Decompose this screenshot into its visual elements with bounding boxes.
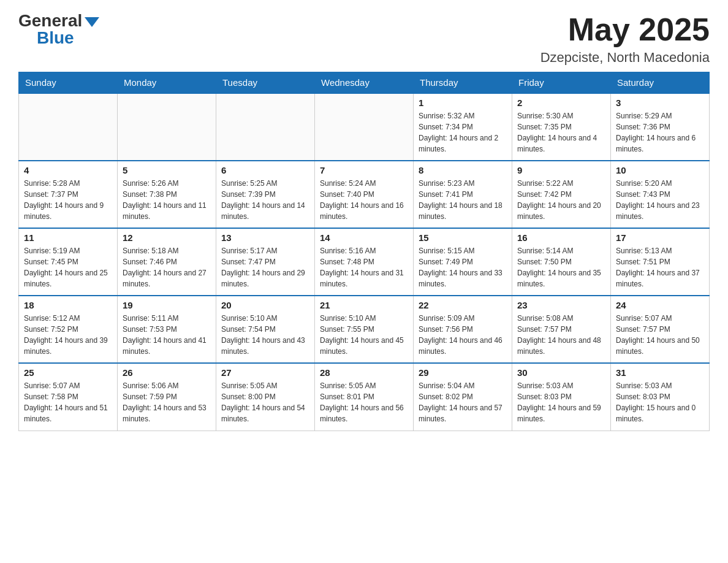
- column-header-saturday: Saturday: [611, 72, 710, 94]
- day-info: Sunrise: 5:17 AMSunset: 7:47 PMDaylight:…: [221, 245, 309, 289]
- calendar-cell: [19, 93, 118, 161]
- day-number: 11: [24, 232, 112, 243]
- calendar-cell: 3Sunrise: 5:29 AMSunset: 7:36 PMDaylight…: [611, 93, 710, 161]
- day-number: 30: [517, 367, 605, 378]
- day-info: Sunrise: 5:12 AMSunset: 7:52 PMDaylight:…: [24, 313, 112, 357]
- location-subtitle: Dzepciste, North Macedonia: [540, 50, 710, 66]
- day-number: 31: [616, 367, 704, 378]
- day-info: Sunrise: 5:04 AMSunset: 8:02 PMDaylight:…: [419, 380, 507, 424]
- calendar-cell: 4Sunrise: 5:28 AMSunset: 7:37 PMDaylight…: [19, 161, 118, 228]
- day-number: 29: [419, 367, 507, 378]
- title-block: May 2025 Dzepciste, North Macedonia: [540, 12, 710, 66]
- calendar-cell: 7Sunrise: 5:24 AMSunset: 7:40 PMDaylight…: [315, 161, 414, 228]
- day-info: Sunrise: 5:25 AMSunset: 7:39 PMDaylight:…: [221, 178, 309, 222]
- day-info: Sunrise: 5:32 AMSunset: 7:34 PMDaylight:…: [419, 110, 507, 155]
- day-number: 15: [419, 232, 507, 243]
- day-number: 10: [616, 165, 704, 175]
- day-info: Sunrise: 5:28 AMSunset: 7:37 PMDaylight:…: [24, 178, 112, 222]
- day-info: Sunrise: 5:08 AMSunset: 7:57 PMDaylight:…: [517, 313, 605, 357]
- day-info: Sunrise: 5:05 AMSunset: 8:01 PMDaylight:…: [320, 380, 408, 424]
- day-number: 19: [123, 300, 211, 310]
- day-number: 7: [320, 165, 408, 175]
- day-number: 2: [517, 98, 605, 108]
- day-info: Sunrise: 5:03 AMSunset: 8:03 PMDaylight:…: [517, 380, 605, 424]
- column-header-sunday: Sunday: [19, 72, 118, 94]
- day-info: Sunrise: 5:09 AMSunset: 7:56 PMDaylight:…: [419, 313, 507, 357]
- calendar-cell: 28Sunrise: 5:05 AMSunset: 8:01 PMDayligh…: [315, 363, 414, 431]
- day-number: 17: [616, 232, 704, 243]
- day-number: 3: [616, 98, 704, 108]
- calendar-cell: 29Sunrise: 5:04 AMSunset: 8:02 PMDayligh…: [414, 363, 512, 431]
- calendar-week-row: 4Sunrise: 5:28 AMSunset: 7:37 PMDaylight…: [19, 161, 710, 228]
- day-number: 18: [24, 300, 112, 310]
- day-number: 13: [221, 232, 309, 243]
- calendar-cell: 27Sunrise: 5:05 AMSunset: 8:00 PMDayligh…: [216, 363, 315, 431]
- month-title: May 2025: [540, 12, 710, 47]
- column-header-monday: Monday: [118, 72, 216, 94]
- calendar-cell: 1Sunrise: 5:32 AMSunset: 7:34 PMDaylight…: [414, 93, 512, 161]
- day-number: 21: [320, 300, 408, 310]
- calendar-week-row: 25Sunrise: 5:07 AMSunset: 7:58 PMDayligh…: [19, 363, 710, 431]
- day-info: Sunrise: 5:07 AMSunset: 7:58 PMDaylight:…: [24, 380, 112, 424]
- column-header-thursday: Thursday: [414, 72, 512, 94]
- day-info: Sunrise: 5:24 AMSunset: 7:40 PMDaylight:…: [320, 178, 408, 222]
- day-number: 23: [517, 300, 605, 310]
- day-number: 24: [616, 300, 704, 310]
- day-info: Sunrise: 5:06 AMSunset: 7:59 PMDaylight:…: [123, 380, 211, 424]
- day-info: Sunrise: 5:13 AMSunset: 7:51 PMDaylight:…: [616, 245, 704, 289]
- logo-blue-text: Blue: [37, 29, 74, 47]
- calendar-cell: 14Sunrise: 5:16 AMSunset: 7:48 PMDayligh…: [315, 228, 414, 296]
- day-number: 12: [123, 232, 211, 243]
- day-number: 22: [419, 300, 507, 310]
- day-number: 5: [123, 165, 211, 175]
- calendar-cell: 16Sunrise: 5:14 AMSunset: 7:50 PMDayligh…: [512, 228, 611, 296]
- day-info: Sunrise: 5:05 AMSunset: 8:00 PMDaylight:…: [221, 380, 309, 424]
- calendar-cell: 31Sunrise: 5:03 AMSunset: 8:03 PMDayligh…: [611, 363, 710, 431]
- calendar-week-row: 11Sunrise: 5:19 AMSunset: 7:45 PMDayligh…: [19, 228, 710, 296]
- calendar-cell: 18Sunrise: 5:12 AMSunset: 7:52 PMDayligh…: [19, 296, 118, 363]
- day-info: Sunrise: 5:03 AMSunset: 8:03 PMDaylight:…: [616, 380, 704, 424]
- column-header-wednesday: Wednesday: [315, 72, 414, 94]
- calendar-cell: 11Sunrise: 5:19 AMSunset: 7:45 PMDayligh…: [19, 228, 118, 296]
- day-info: Sunrise: 5:30 AMSunset: 7:35 PMDaylight:…: [517, 110, 605, 155]
- day-info: Sunrise: 5:16 AMSunset: 7:48 PMDaylight:…: [320, 245, 408, 289]
- day-number: 16: [517, 232, 605, 243]
- day-number: 6: [221, 165, 309, 175]
- column-header-friday: Friday: [512, 72, 611, 94]
- day-info: Sunrise: 5:07 AMSunset: 7:57 PMDaylight:…: [616, 313, 704, 357]
- day-number: 27: [221, 367, 309, 378]
- calendar-cell: 17Sunrise: 5:13 AMSunset: 7:51 PMDayligh…: [611, 228, 710, 296]
- calendar-cell: 5Sunrise: 5:26 AMSunset: 7:38 PMDaylight…: [118, 161, 216, 228]
- calendar-cell: 23Sunrise: 5:08 AMSunset: 7:57 PMDayligh…: [512, 296, 611, 363]
- calendar-cell: 13Sunrise: 5:17 AMSunset: 7:47 PMDayligh…: [216, 228, 315, 296]
- day-info: Sunrise: 5:10 AMSunset: 7:54 PMDaylight:…: [221, 313, 309, 357]
- day-info: Sunrise: 5:14 AMSunset: 7:50 PMDaylight:…: [517, 245, 605, 289]
- calendar-cell: 25Sunrise: 5:07 AMSunset: 7:58 PMDayligh…: [19, 363, 118, 431]
- calendar-cell: 22Sunrise: 5:09 AMSunset: 7:56 PMDayligh…: [414, 296, 512, 363]
- logo-general-text: General: [18, 12, 82, 29]
- day-info: Sunrise: 5:22 AMSunset: 7:42 PMDaylight:…: [517, 178, 605, 222]
- calendar-week-row: 1Sunrise: 5:32 AMSunset: 7:34 PMDaylight…: [19, 93, 710, 161]
- column-header-tuesday: Tuesday: [216, 72, 315, 94]
- day-info: Sunrise: 5:10 AMSunset: 7:55 PMDaylight:…: [320, 313, 408, 357]
- day-info: Sunrise: 5:18 AMSunset: 7:46 PMDaylight:…: [123, 245, 211, 289]
- calendar-header-row: SundayMondayTuesdayWednesdayThursdayFrid…: [19, 72, 710, 94]
- calendar-cell: 9Sunrise: 5:22 AMSunset: 7:42 PMDaylight…: [512, 161, 611, 228]
- day-info: Sunrise: 5:29 AMSunset: 7:36 PMDaylight:…: [616, 110, 704, 155]
- day-number: 28: [320, 367, 408, 378]
- calendar-cell: 8Sunrise: 5:23 AMSunset: 7:41 PMDaylight…: [414, 161, 512, 228]
- day-number: 9: [517, 165, 605, 175]
- calendar-week-row: 18Sunrise: 5:12 AMSunset: 7:52 PMDayligh…: [19, 296, 710, 363]
- day-info: Sunrise: 5:23 AMSunset: 7:41 PMDaylight:…: [419, 178, 507, 222]
- day-info: Sunrise: 5:11 AMSunset: 7:53 PMDaylight:…: [123, 313, 211, 357]
- calendar-cell: [315, 93, 414, 161]
- page-header: General Blue May 2025 Dzepciste, North M…: [18, 12, 710, 66]
- calendar-cell: 19Sunrise: 5:11 AMSunset: 7:53 PMDayligh…: [118, 296, 216, 363]
- day-info: Sunrise: 5:20 AMSunset: 7:43 PMDaylight:…: [616, 178, 704, 222]
- day-number: 20: [221, 300, 309, 310]
- calendar-cell: 24Sunrise: 5:07 AMSunset: 7:57 PMDayligh…: [611, 296, 710, 363]
- calendar-cell: 15Sunrise: 5:15 AMSunset: 7:49 PMDayligh…: [414, 228, 512, 296]
- calendar-cell: [216, 93, 315, 161]
- calendar-cell: 12Sunrise: 5:18 AMSunset: 7:46 PMDayligh…: [118, 228, 216, 296]
- calendar-cell: 6Sunrise: 5:25 AMSunset: 7:39 PMDaylight…: [216, 161, 315, 228]
